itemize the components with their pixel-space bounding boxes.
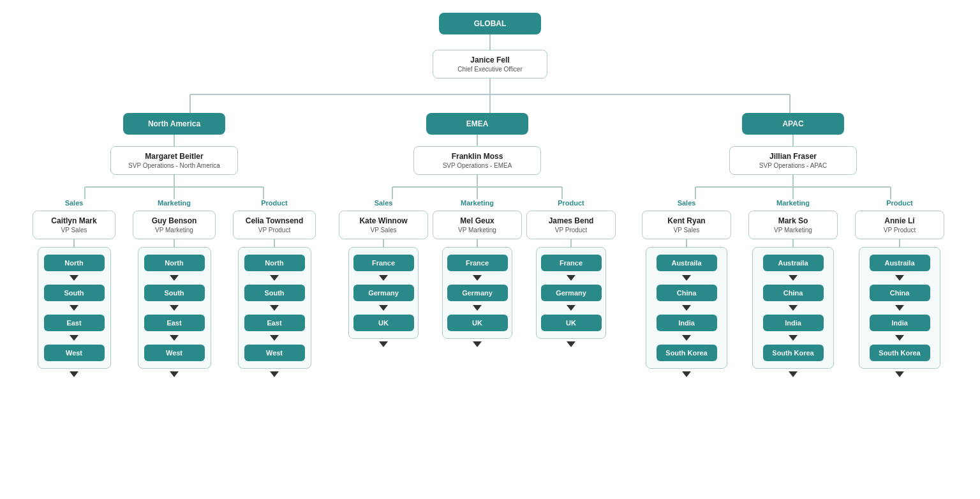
na-sales-arrow-0 — [70, 275, 78, 281]
na-marketing-label: Marketing — [158, 199, 191, 207]
apac-mkt-item-2[interactable]: India — [763, 315, 824, 331]
na-sales-col: Sales Caitlyn Mark VP Sales North South … — [29, 199, 119, 380]
apac-marketing-vp-name: Mark So — [758, 216, 828, 225]
na-mkt-arrow-bottom — [170, 371, 179, 377]
emea-sales-col: Sales Kate Winnow VP Sales France German… — [342, 199, 425, 350]
emea-branch-svg — [350, 186, 605, 199]
na-svp-box: Margaret Beitler SVP Operations - North … — [110, 146, 238, 175]
apac-sales-arrow-2 — [682, 335, 691, 341]
ceo-box: Janice Fell Chief Executive Officer — [433, 50, 547, 78]
apac-mkt-item-1[interactable]: China — [763, 285, 824, 301]
emea-product-label: Product — [558, 199, 584, 207]
apac-sales-item-1[interactable]: China — [657, 285, 717, 301]
na-sales-item-1[interactable]: South — [44, 285, 105, 301]
apac-mkt-item-0[interactable]: Austraila — [763, 255, 824, 271]
apac-product-vp-name: Annie Li — [865, 216, 935, 225]
apac-sales-item-3[interactable]: South Korea — [657, 345, 717, 361]
emea-sales-arrow-bottom — [379, 341, 388, 347]
emea-prod-item-0[interactable]: France — [541, 255, 602, 271]
apac-box: APAC — [742, 113, 844, 135]
na-prod-arrow-2 — [270, 335, 279, 341]
emea-product-vp-name: James Bend — [536, 216, 606, 225]
na-prod-item-3[interactable]: West — [244, 345, 305, 361]
ceo-branch-svg — [43, 94, 937, 113]
emea-prod-item-1[interactable]: Germany — [541, 285, 602, 301]
emea-mkt-item-0[interactable]: France — [447, 255, 508, 271]
emea-product-vp-title: VP Product — [536, 227, 606, 234]
na-sales-item-0[interactable]: North — [44, 255, 105, 271]
na-mkt-item-2[interactable]: East — [144, 315, 205, 331]
apac-sales-item-0[interactable]: Austraila — [657, 255, 717, 271]
region-north-america: North America Margaret Beitler SVP Opera… — [31, 113, 318, 380]
emea-product-sublist: France Germany UK — [536, 247, 606, 339]
na-svp-name: Margaret Beitler — [120, 152, 228, 161]
apac-sales-vp-name: Kent Ryan — [651, 216, 722, 225]
na-branch-svg — [40, 186, 308, 199]
na-product-sublist: North South East West — [238, 247, 311, 369]
emea-label: EMEA — [466, 119, 489, 128]
apac-marketing-vp-box: Mark So VP Marketing — [748, 211, 838, 239]
na-product-col: Product Celia Townsend VP Product North … — [230, 199, 319, 380]
emea-sales-item-0[interactable]: France — [353, 255, 414, 271]
apac-sales-arrow-0 — [682, 275, 691, 281]
apac-svp-box: Jillian Fraser SVP Operations - APAC — [729, 146, 857, 175]
apac-marketing-sublist: Austraila China India South Korea — [752, 247, 834, 369]
na-product-vp-title: VP Product — [242, 227, 306, 234]
apac-prod-item-1[interactable]: China — [870, 285, 930, 301]
emea-sales-vp-name: Kate Winnow — [348, 216, 419, 225]
emea-prod-arrow-1 — [567, 305, 575, 311]
emea-sales-vp-title: VP Sales — [348, 227, 419, 234]
emea-product-vp-box: James Bend VP Product — [526, 211, 616, 239]
emea-marketing-sublist: France Germany UK — [442, 247, 512, 339]
na-sales-arrow-2 — [70, 335, 78, 341]
region-emea: EMEA Franklin Moss SVP Operations - EMEA… — [343, 113, 611, 350]
apac-mkt-arrow-0 — [789, 275, 798, 281]
global-label: GLOBAL — [474, 19, 507, 28]
ceo-name: Janice Fell — [442, 56, 538, 64]
emea-prod-arrow-bottom — [567, 341, 575, 347]
na-prod-item-2[interactable]: East — [244, 315, 305, 331]
na-sales-label: Sales — [65, 199, 84, 207]
emea-svp-box: Franklin Moss SVP Operations - EMEA — [413, 146, 541, 175]
north-america-box: North America — [123, 113, 225, 135]
na-mkt-item-0[interactable]: North — [144, 255, 205, 271]
apac-sales-sublist: Austraila China India South Korea — [646, 247, 727, 369]
emea-sales-label: Sales — [375, 199, 393, 207]
apac-sales-vp-title: VP Sales — [651, 227, 722, 234]
apac-label: APAC — [782, 119, 803, 128]
ceo-title: Chief Executive Officer — [442, 66, 538, 73]
emea-prod-item-2[interactable]: UK — [541, 315, 602, 331]
na-marketing-col: Marketing Guy Benson VP Marketing North … — [130, 199, 219, 380]
emea-mkt-item-1[interactable]: Germany — [447, 285, 508, 301]
na-prod-item-1[interactable]: South — [244, 285, 305, 301]
apac-mkt-item-3[interactable]: South Korea — [763, 345, 824, 361]
emea-marketing-vp-box: Mel Geux VP Marketing — [433, 211, 522, 239]
na-svp-title: SVP Operations - North America — [120, 162, 228, 169]
apac-prod-arrow-bottom — [895, 371, 904, 377]
apac-sales-arrow-1 — [682, 305, 691, 311]
na-mkt-item-3[interactable]: West — [144, 345, 205, 361]
emea-sales-item-2[interactable]: UK — [353, 315, 414, 331]
apac-product-col: Product Annie Li VP Product Austraila Ch… — [852, 199, 947, 380]
apac-prod-item-2[interactable]: India — [870, 315, 930, 331]
apac-sales-vp-box: Kent Ryan VP Sales — [642, 211, 731, 239]
na-mkt-item-1[interactable]: South — [144, 285, 205, 301]
na-sales-arrow-1 — [70, 305, 78, 311]
na-prod-arrow-bottom — [270, 371, 279, 377]
na-sales-item-2[interactable]: East — [44, 315, 105, 331]
emea-prod-arrow-0 — [567, 275, 575, 281]
emea-marketing-col: Marketing Mel Geux VP Marketing France G… — [436, 199, 519, 350]
emea-sales-item-1[interactable]: Germany — [353, 285, 414, 301]
emea-mkt-arrow-bottom — [473, 341, 482, 347]
apac-marketing-vp-title: VP Marketing — [758, 227, 828, 234]
emea-sales-arrow-0 — [379, 275, 388, 281]
apac-product-sublist: Austraila China India South Korea — [859, 247, 940, 369]
apac-prod-item-0[interactable]: Austraila — [870, 255, 930, 271]
apac-prod-item-3[interactable]: South Korea — [870, 345, 930, 361]
apac-sales-item-2[interactable]: India — [657, 315, 717, 331]
emea-mkt-item-2[interactable]: UK — [447, 315, 508, 331]
na-prod-item-0[interactable]: North — [244, 255, 305, 271]
na-sales-item-3[interactable]: West — [44, 345, 105, 361]
emea-marketing-label: Marketing — [461, 199, 494, 207]
apac-prod-arrow-2 — [895, 335, 904, 341]
